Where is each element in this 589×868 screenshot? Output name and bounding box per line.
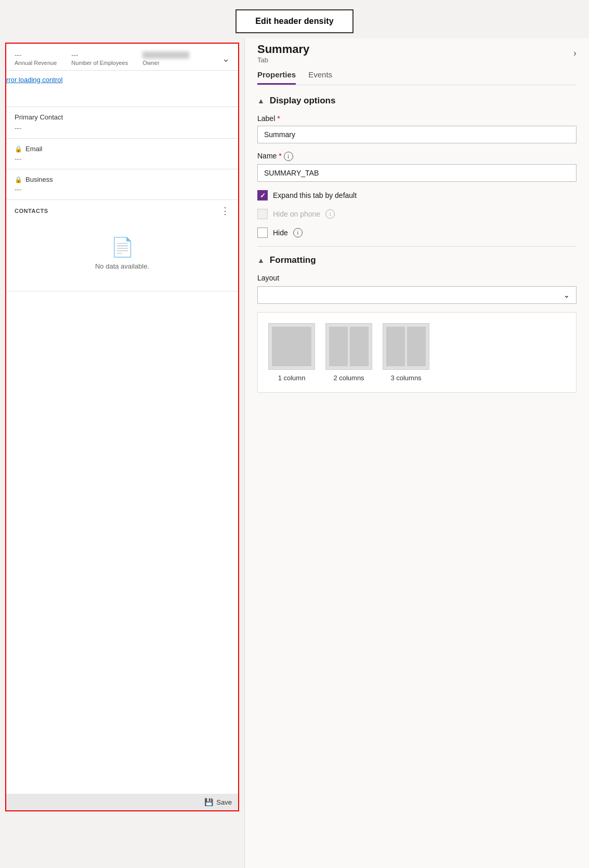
hide-on-phone-label: Hide on phone bbox=[273, 210, 320, 218]
header-row: --- Annual Revenue --- Number of Employe… bbox=[6, 44, 238, 71]
save-floppy-icon: 💾 bbox=[204, 798, 213, 806]
right-panel: Summary Tab › Properties Events ▲ Displa… bbox=[244, 38, 589, 868]
email-section: 🔒 Email --- bbox=[6, 139, 238, 169]
panel-chevron-right-icon[interactable]: › bbox=[573, 48, 577, 59]
display-options-section: ▲ Display options Label * Name * i bbox=[257, 96, 577, 238]
main-area: --- Annual Revenue --- Number of Employe… bbox=[0, 38, 589, 868]
layout-1col-label: 1 column bbox=[278, 374, 306, 382]
layout-thumb-1col bbox=[268, 323, 315, 370]
label-input[interactable] bbox=[257, 126, 577, 143]
display-options-title-row: ▲ Display options bbox=[257, 96, 577, 106]
number-of-employees-label: Number of Employees bbox=[71, 60, 128, 66]
formatting-title: Formatting bbox=[270, 255, 316, 265]
number-of-employees-field: --- Number of Employees bbox=[71, 51, 128, 66]
expand-tab-checkbox[interactable] bbox=[257, 190, 268, 201]
contacts-title: CONTACTS bbox=[15, 208, 48, 214]
section-divider bbox=[257, 246, 577, 247]
layout-label: Layout bbox=[257, 274, 577, 282]
business-lock-icon: 🔒 bbox=[15, 176, 22, 183]
tab-events[interactable]: Events bbox=[308, 66, 332, 85]
layout-col-single bbox=[272, 327, 311, 366]
display-options-collapse-icon[interactable]: ▲ bbox=[257, 97, 265, 105]
name-info-icon[interactable]: i bbox=[284, 152, 293, 161]
panel-header: Summary Tab › bbox=[257, 38, 577, 66]
layout-2col-label: 2 columns bbox=[333, 374, 364, 382]
name-field-group: Name * i bbox=[257, 152, 577, 190]
hide-on-phone-info-icon[interactable]: i bbox=[325, 209, 335, 219]
contacts-more-icon[interactable]: ⋮ bbox=[220, 205, 230, 217]
layout-option-3col[interactable]: 3 columns bbox=[383, 323, 429, 382]
name-input[interactable] bbox=[257, 164, 577, 182]
error-text: rror loading control bbox=[6, 76, 62, 84]
layout-dropdown-chevron-icon: ⌄ bbox=[564, 291, 570, 299]
layout-dropdown[interactable]: ⌄ bbox=[257, 286, 577, 304]
left-content: --- Annual Revenue --- Number of Employe… bbox=[5, 43, 239, 811]
business-field-row: 🔒 Business bbox=[15, 176, 230, 183]
owner-value-blurred bbox=[142, 51, 189, 59]
left-panel: --- Annual Revenue --- Number of Employe… bbox=[0, 38, 244, 868]
expand-tab-row: Expand this tab by default bbox=[257, 190, 577, 201]
layout-col-2 bbox=[350, 327, 369, 366]
top-bar: Edit header density bbox=[0, 0, 589, 38]
save-bar: 💾 Save bbox=[6, 794, 238, 810]
label-field-label: Label * bbox=[257, 114, 577, 123]
email-label: Email bbox=[25, 145, 43, 153]
email-value: --- bbox=[15, 155, 230, 163]
formatting-collapse-icon[interactable]: ▲ bbox=[257, 256, 265, 264]
name-text: Name bbox=[257, 152, 277, 160]
hide-label: Hide bbox=[273, 229, 288, 237]
layout-col-3-1 bbox=[386, 327, 405, 366]
layout-option-2col[interactable]: 2 columns bbox=[325, 323, 372, 382]
number-of-employees-value: --- bbox=[71, 51, 78, 59]
expand-tab-label: Expand this tab by default bbox=[273, 191, 357, 199]
label-field-group: Label * bbox=[257, 114, 577, 152]
save-label: Save bbox=[216, 798, 232, 806]
hide-on-phone-checkbox bbox=[257, 209, 268, 219]
layout-3col-label: 3 columns bbox=[390, 374, 421, 382]
hide-info-icon[interactable]: i bbox=[293, 228, 303, 237]
formatting-section: ▲ Formatting Layout ⌄ 1 column bbox=[257, 255, 577, 393]
business-section: 🔒 Business --- bbox=[6, 169, 238, 200]
primary-contact-label: Primary Contact bbox=[15, 113, 230, 121]
layout-option-1col[interactable]: 1 column bbox=[268, 323, 315, 382]
business-label: Business bbox=[25, 176, 53, 183]
annual-revenue-field: --- Annual Revenue bbox=[15, 51, 57, 66]
layout-col-3-2 bbox=[407, 327, 426, 366]
annual-revenue-value: --- bbox=[15, 51, 21, 59]
layout-thumb-3col bbox=[383, 323, 429, 370]
contacts-no-data-area: 📄 No data available. bbox=[15, 221, 230, 286]
display-options-title: Display options bbox=[270, 96, 336, 106]
name-field-label: Name * i bbox=[257, 152, 577, 161]
business-value: --- bbox=[15, 185, 230, 193]
hide-checkbox[interactable] bbox=[257, 228, 268, 238]
header-chevron-down-icon[interactable]: ⌄ bbox=[222, 53, 230, 64]
owner-field: Owner bbox=[142, 51, 189, 66]
primary-contact-value: --- bbox=[15, 124, 230, 132]
hide-on-phone-row: Hide on phone i bbox=[257, 209, 577, 219]
contacts-no-data-text: No data available. bbox=[95, 262, 149, 270]
contacts-header: CONTACTS ⋮ bbox=[15, 205, 230, 217]
tab-properties[interactable]: Properties bbox=[257, 66, 296, 85]
email-lock-icon: 🔒 bbox=[15, 145, 22, 153]
annual-revenue-label: Annual Revenue bbox=[15, 60, 57, 66]
layout-options: 1 column 2 columns 3 columns bbox=[257, 312, 577, 393]
panel-title-area: Summary Tab bbox=[257, 43, 309, 64]
panel-subtitle: Tab bbox=[257, 56, 309, 64]
label-required-star: * bbox=[277, 114, 280, 123]
owner-label: Owner bbox=[142, 60, 189, 66]
hide-row: Hide i bbox=[257, 228, 577, 238]
layout-thumb-2col bbox=[325, 323, 372, 370]
error-loading-control[interactable]: rror loading control bbox=[6, 71, 238, 107]
save-button[interactable]: 💾 Save bbox=[204, 798, 232, 806]
panel-title: Summary bbox=[257, 43, 309, 56]
tabs-row: Properties Events bbox=[257, 66, 577, 85]
no-data-document-icon: 📄 bbox=[111, 236, 134, 258]
name-required-star: * bbox=[279, 152, 281, 160]
layout-col-1 bbox=[329, 327, 348, 366]
contacts-section: CONTACTS ⋮ 📄 No data available. bbox=[6, 200, 238, 291]
formatting-title-row: ▲ Formatting bbox=[257, 255, 577, 265]
email-field-row: 🔒 Email bbox=[15, 145, 230, 153]
edit-header-density-button[interactable]: Edit header density bbox=[235, 9, 354, 33]
label-text: Label bbox=[257, 114, 275, 123]
primary-contact-section: Primary Contact --- bbox=[6, 107, 238, 139]
